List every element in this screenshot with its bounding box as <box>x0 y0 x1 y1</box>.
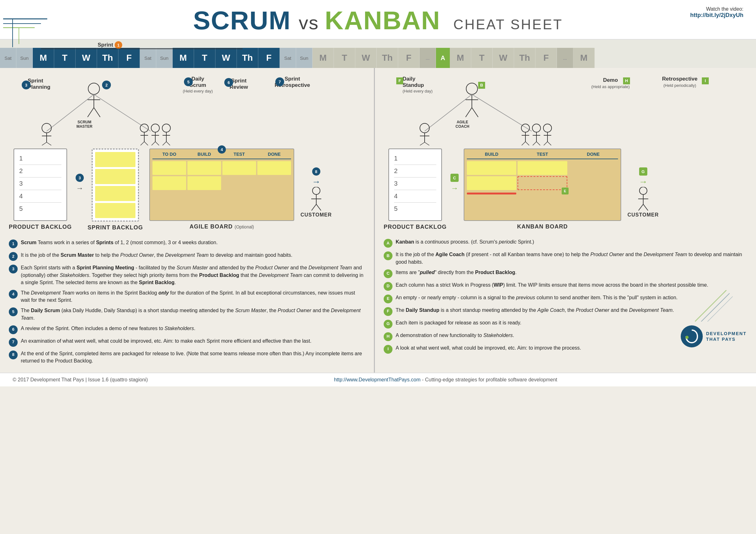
kanban-desc-A: A Kanban is a continuous process. (cf. S… <box>384 238 747 248</box>
badge-letter-G: G <box>384 320 392 328</box>
kanban-boards: 1 2 3 4 5 PRODUCT BACKLOG C → <box>384 148 747 231</box>
svg-text:COACH: COACH <box>455 124 469 129</box>
desc-text-C: Items are "pulled" directly from the Pro… <box>396 269 747 278</box>
svg-text:Review: Review <box>230 84 248 90</box>
svg-text:SCRUM: SCRUM <box>77 120 91 124</box>
day-Th1: Th <box>97 48 119 68</box>
day-sun: Sun <box>16 48 33 68</box>
svg-text:(Held as appropriate): (Held as appropriate) <box>591 84 630 89</box>
footer-website[interactable]: http://www.DevelopmentThatPays.com <box>334 377 420 382</box>
svg-text:B: B <box>480 83 483 88</box>
day-T1: T <box>54 48 76 68</box>
sprint-backlog-card <box>92 148 139 221</box>
svg-text:MASTER: MASTER <box>76 124 93 129</box>
customer-area-scrum: 8 → CUSTOMER <box>301 148 332 218</box>
svg-text:Daily: Daily <box>403 76 416 82</box>
day-F1: F <box>119 48 140 68</box>
kanban-col-build: BUILD <box>467 152 516 157</box>
scrum-desc-7: 7 An examination of what went well, what… <box>9 337 365 347</box>
logo-line1: DEVELOPMENT <box>706 331 746 336</box>
product-backlog-card: 1 2 3 4 5 <box>14 148 67 221</box>
desc-text-2: It is the job of the Scrum Master to hel… <box>21 251 365 261</box>
day-Th2: Th <box>237 48 258 68</box>
svg-line-31 <box>144 141 148 145</box>
svg-line-71 <box>472 108 478 117</box>
day-Mk2: M <box>450 48 471 68</box>
scrum-desc-3: 3 Each Sprint starts with a Sprint Plann… <box>9 264 365 286</box>
svg-point-78 <box>420 123 429 133</box>
scrum-section: Sprint Planning 3 SCRUM MASTER 2 <box>0 68 375 372</box>
scrum-label: SCRUM <box>193 6 291 35</box>
svg-line-81 <box>420 142 425 145</box>
day-sun2: Sun <box>156 48 173 68</box>
kanban-A-badge: A <box>436 48 450 68</box>
badge-letter-H: H <box>384 332 392 341</box>
sticky3 <box>95 186 135 201</box>
svg-point-118 <box>686 336 688 339</box>
svg-line-88 <box>522 141 526 145</box>
badge-letter-I: I <box>384 345 392 354</box>
scrum-roles-svg: Sprint Planning 3 SCRUM MASTER 2 <box>9 73 365 145</box>
desc-text-D: Each column has a strict Work in Progres… <box>396 281 747 291</box>
badge-num-2: 2 <box>9 252 18 261</box>
kanban-product-backlog-card: 1 2 3 4 5 <box>389 148 442 221</box>
day-Thk: Th <box>377 48 398 68</box>
svg-point-95 <box>543 124 552 132</box>
customer-figure-scrum <box>307 187 326 212</box>
svg-line-113 <box>638 204 643 211</box>
badge-num-1: 1 <box>9 240 18 248</box>
svg-text:H: H <box>625 78 628 83</box>
day-T2: T <box>194 48 215 68</box>
svg-line-114 <box>643 204 648 211</box>
footer-center: http://www.DevelopmentThatPays.com - Cut… <box>334 377 557 383</box>
kanban-board-card: BUILD TEST DONE <box>464 148 621 221</box>
svg-line-23 <box>42 142 47 145</box>
badge-letter-E: E <box>384 294 392 303</box>
video-url[interactable]: http://bit.ly/2jDxyUh <box>690 12 743 18</box>
badge-C: C <box>450 174 459 182</box>
svg-point-57 <box>312 187 320 194</box>
badge-letter-B: B <box>384 251 392 260</box>
scrum-desc-2: 2 It is the job of the Scrum Master to h… <box>9 251 365 261</box>
day-Wk: W <box>355 48 377 68</box>
scrum-desc-5: 5 The Daily Scrum (aka Daily Huddle, Dai… <box>9 307 365 321</box>
kanban-board-label: KANBAN BOARD <box>517 223 568 230</box>
col-build: BUILD <box>187 152 221 157</box>
logo-deco-svg <box>695 290 733 321</box>
day-Wk2: W <box>493 48 514 68</box>
day-W2: W <box>215 48 237 68</box>
kanban-product-backlog-label: PRODUCT BACKLOG <box>384 223 447 231</box>
svg-text:I: I <box>705 78 706 83</box>
svg-line-24 <box>47 142 51 145</box>
svg-text:(Held periodically): (Held periodically) <box>663 83 696 88</box>
agile-board-card: 4 TO DO BUILD TEST DONE <box>149 148 294 221</box>
svg-line-94 <box>536 141 540 145</box>
svg-point-110 <box>639 187 647 194</box>
svg-line-19 <box>94 94 150 131</box>
svg-line-82 <box>425 142 429 145</box>
svg-text:F: F <box>398 78 401 83</box>
svg-text:6: 6 <box>228 80 230 85</box>
day-Mk: M <box>312 48 334 68</box>
badge-num-8: 8 <box>9 350 18 359</box>
logo-line2: THAT PAYS <box>706 336 746 342</box>
kanban-c-arrow: C → <box>450 148 459 192</box>
day-Tk2: T <box>471 48 493 68</box>
desc-text-1: Scrum Teams work in a series of Sprints … <box>21 239 365 248</box>
day-Fk: F <box>398 48 419 68</box>
day-Mk3: M <box>573 48 595 68</box>
sprint-badge: 1 <box>115 41 122 49</box>
svg-line-60 <box>311 204 316 211</box>
desc-text-3: Each Sprint starts with a Sprint Plannin… <box>21 264 365 286</box>
agile-optional-label: (Optional) <box>235 224 254 229</box>
scrum-desc-4: 4 The Development Team works on items in… <box>9 289 365 304</box>
kanban-product-backlog-area: 1 2 3 4 5 PRODUCT BACKLOG <box>384 148 447 231</box>
scrum-roles-area: Sprint Planning 3 SCRUM MASTER 2 <box>9 73 365 145</box>
svg-text:Sprint: Sprint <box>231 78 246 84</box>
main-content: Sprint Planning 3 SCRUM MASTER 2 <box>0 68 756 372</box>
col-done: DONE <box>257 152 291 157</box>
kanban-roles-area: Daily Standup (Held every day) F AGILE C… <box>384 73 747 145</box>
svg-line-30 <box>141 141 144 145</box>
day-F2: F <box>258 48 280 68</box>
svg-line-40 <box>163 141 166 145</box>
